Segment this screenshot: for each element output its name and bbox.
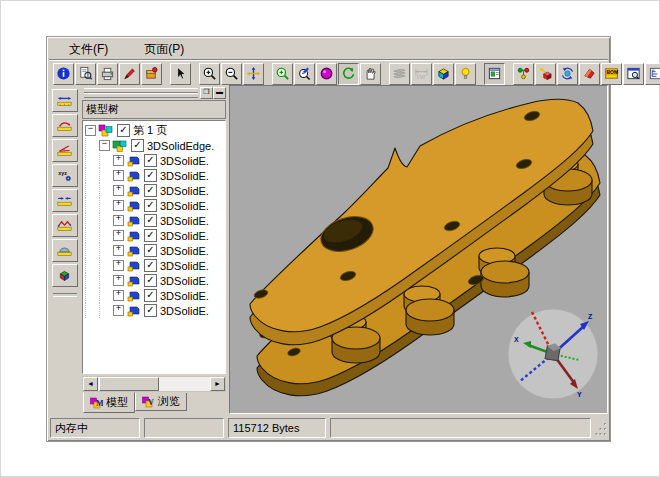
tree-label[interactable]: 3DSolidE. [160,260,209,272]
lighting-button[interactable] [455,63,476,85]
visibility-checkbox[interactable]: ✓ [144,229,157,242]
tree-row-part[interactable]: +✓3DSolidE. [85,258,225,273]
tree-label[interactable]: 3DSolidE. [160,230,209,242]
tree-label[interactable]: 3DSolidEdge. [147,140,214,152]
tree-row-part[interactable]: +✓3DSolidE. [85,198,225,213]
expand-icon[interactable]: + [113,305,124,316]
tree-row-part[interactable]: +✓3DSolidE. [85,168,225,183]
visibility-checkbox[interactable]: ✓ [144,199,157,212]
measure-horizontal-distance-button[interactable] [52,89,78,112]
info-button[interactable] [53,63,74,85]
visibility-checkbox[interactable]: ✓ [144,289,157,302]
visibility-checkbox[interactable]: ✓ [144,274,157,287]
properties-window-button[interactable] [623,63,644,85]
scroll-left-button[interactable]: ◄ [83,377,98,391]
tree-row-part[interactable]: +✓3DSolidE. [85,153,225,168]
measure-polyline-button[interactable] [52,214,78,237]
tab-model[interactable]: M 模型 [83,392,135,413]
collapse-icon[interactable]: − [99,140,110,151]
3d-model[interactable]: Z Y X [230,86,606,412]
layers-button[interactable] [389,63,410,85]
collapse-icon[interactable]: − [85,125,96,136]
measure-arc-button[interactable] [52,239,78,262]
visibility-checkbox[interactable]: ✓ [144,304,157,317]
tree-row-part[interactable]: +✓3DSolidE. [85,183,225,198]
orientation-gizmo[interactable]: Z Y X [508,309,598,399]
tree-row-page[interactable]: − ✓ 第 1 页 [85,123,225,138]
measure-volume-button[interactable] [52,264,78,287]
structure-tree-button[interactable] [645,63,660,85]
tree-horizontal-scrollbar[interactable]: ◄ ► [82,376,226,392]
menu-page[interactable]: 页面(P) [140,40,188,59]
tree-label[interactable]: 3DSolidE. [160,305,209,317]
expand-icon[interactable]: + [113,275,124,286]
select-cursor-button[interactable] [170,63,191,85]
tree-row-part[interactable]: +✓3DSolidE. [85,273,225,288]
expand-icon[interactable]: + [113,260,124,271]
move-part-button[interactable] [535,63,556,85]
dock-gripper[interactable] [84,93,198,98]
print-preview-button[interactable] [75,63,96,85]
material-cube-button[interactable] [433,63,454,85]
tree-label[interactable]: 3DSolidE. [160,215,209,227]
visibility-checkbox[interactable]: ✓ [144,259,157,272]
expand-icon[interactable]: + [113,170,124,181]
zoom-window-button[interactable] [272,63,293,85]
page-layout-button[interactable] [484,63,505,85]
expand-icon[interactable]: + [113,215,124,226]
markup-pen-button[interactable] [119,63,140,85]
tree-row-part[interactable]: +✓3DSolidE. [85,228,225,243]
panel-hide-button[interactable]: ▬ [213,87,226,99]
rotate-view-button[interactable] [338,63,359,85]
render-mode-button[interactable] [316,63,337,85]
tree-label[interactable]: 3DSolidE. [160,275,209,287]
panel-dock-header[interactable]: ❐ ▬ [82,87,226,98]
measure-distance-button[interactable] [52,189,78,212]
zoom-in-button[interactable] [199,63,220,85]
tree-label[interactable]: 3DSolidE. [160,170,209,182]
tree-label[interactable]: 3DSolidE. [160,155,209,167]
panel-float-button[interactable]: ❐ [200,87,213,99]
visibility-checkbox[interactable]: ✓ [144,244,157,257]
pan-hand-button[interactable] [360,63,381,85]
assembly-structure-button[interactable] [513,63,534,85]
tree-row-part[interactable]: +✓3DSolidE. [85,288,225,303]
pan-arrows-button[interactable] [243,63,264,85]
tree-label[interactable]: 3DSolidE. [160,290,209,302]
bom-table-button[interactable]: BOM [601,63,622,85]
print-button[interactable] [97,63,118,85]
viewport-canvas[interactable]: Z Y X [229,85,608,414]
tree-row-part[interactable]: +✓3DSolidE. [85,303,225,318]
tree-label[interactable]: 第 1 页 [133,123,167,138]
rotate-part-button[interactable] [557,63,578,85]
expand-icon[interactable]: + [113,155,124,166]
resize-grip[interactable] [595,420,608,436]
menu-file[interactable]: 文件(F) [65,40,112,59]
expand-icon[interactable]: + [113,185,124,196]
measure-radius-button[interactable] [52,114,78,137]
visibility-checkbox[interactable]: ✓ [144,214,157,227]
section-button[interactable] [579,63,600,85]
tree-row-assembly[interactable]: − ✓ 3DSolidEdge. [85,138,225,153]
visibility-checkbox[interactable]: ✓ [144,169,157,182]
dimension-format-button[interactable]: FMT [411,63,432,85]
scroll-track[interactable] [159,377,210,391]
expand-icon[interactable]: + [113,245,124,256]
scroll-right-button[interactable]: ► [210,377,225,391]
visibility-checkbox[interactable]: ✓ [117,124,130,137]
tree-row-part[interactable]: +✓3DSolidE. [85,243,225,258]
tree-label[interactable]: 3DSolidE. [160,185,209,197]
tree-label[interactable]: 3DSolidE. [160,245,209,257]
zoom-select-button[interactable] [294,63,315,85]
visibility-checkbox[interactable]: ✓ [144,154,157,167]
expand-icon[interactable]: + [113,290,124,301]
visibility-checkbox[interactable]: ✓ [144,184,157,197]
tree-row-part[interactable]: +✓3DSolidE. [85,213,225,228]
expand-icon[interactable]: + [113,200,124,211]
scroll-thumb[interactable] [99,377,159,391]
visibility-checkbox[interactable]: ✓ [131,139,144,152]
expand-icon[interactable]: + [113,230,124,241]
measure-coordinate-button[interactable]: xyz [52,164,78,187]
tab-browse[interactable]: V 浏览 [135,393,187,411]
zoom-out-button[interactable] [221,63,242,85]
